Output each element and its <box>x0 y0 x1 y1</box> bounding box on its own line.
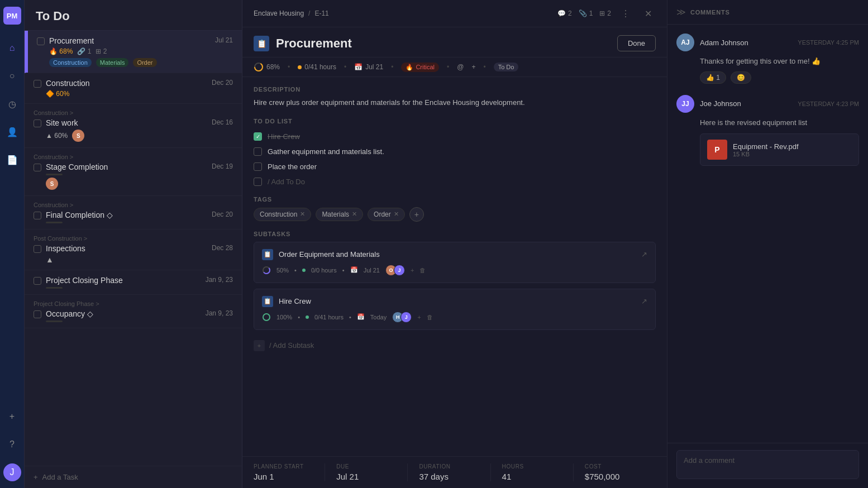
reaction-thumbsup[interactable]: 👍 1 <box>700 71 726 84</box>
task-item-final-completion[interactable]: Construction > Final Completion ◇ Dec 20 <box>25 196 242 229</box>
task-icon: 📋 <box>254 36 269 51</box>
todo-check-1[interactable]: ✓ <box>254 132 262 141</box>
status-badge[interactable]: To Do <box>494 63 519 71</box>
todo-check-2[interactable] <box>254 147 262 156</box>
attachment-card[interactable]: P Equipment - Rev.pdf 15 KB <box>700 133 859 166</box>
tag-remove-order[interactable]: ✕ <box>394 210 399 218</box>
app-logo[interactable]: PM <box>3 7 21 25</box>
subtask-2-link[interactable]: ↗ <box>641 297 647 305</box>
add-task-button[interactable]: + Add a Task <box>25 466 242 488</box>
avatar-sitework: S <box>72 130 84 142</box>
task-checkbox-closing[interactable] <box>34 277 41 285</box>
progress-meta: 68% <box>254 62 280 72</box>
subtask-2-name: Hire Crew <box>279 297 636 305</box>
plus-icon: + <box>471 63 475 71</box>
add-todo-row[interactable]: / Add To Do <box>254 174 656 189</box>
subtask-2-delete[interactable]: 🗑 <box>427 314 433 320</box>
profile-icon[interactable]: J <box>3 463 21 481</box>
clock-icon[interactable]: ◷ <box>3 95 21 113</box>
docs-icon[interactable]: 📄 <box>3 151 21 169</box>
kebab-menu-button[interactable]: ⋮ <box>618 6 633 21</box>
tag-construction: Construction <box>49 58 92 67</box>
priority-label: Critical <box>416 64 435 70</box>
task-item-occupancy[interactable]: Project Closing Phase > Occupancy ◇ Jan … <box>25 295 242 328</box>
users-icon[interactable]: 👤 <box>3 123 21 141</box>
stat-label-planned: PLANNED START <box>254 463 325 470</box>
inbox-icon[interactable]: ○ <box>3 67 21 85</box>
task-item-construction[interactable]: Construction Dec 20 🔶 60% <box>25 73 242 104</box>
progress-bar-final <box>46 222 63 223</box>
hours-meta: 0/41 hours <box>298 63 336 71</box>
comment-1-author: Adam Johnson <box>700 39 792 47</box>
comment-1-avatar: AJ <box>676 34 694 51</box>
task-item-stage-completion[interactable]: Construction > Stage Completion Dec 19 S <box>25 148 242 196</box>
todo-check-3[interactable] <box>254 162 262 171</box>
task-date-stage: Dec 19 <box>212 162 233 170</box>
task-checkbox-procurement[interactable] <box>37 37 45 45</box>
task-item-sitework[interactable]: Construction > Site work Dec 16 ▲ 60% S <box>25 104 242 148</box>
subtask-1-add-assign[interactable]: + <box>411 267 414 274</box>
close-button[interactable]: ✕ <box>640 6 656 21</box>
comment-2-time: YESTERDAY 4:23 PM <box>798 101 859 107</box>
subtask-1-progress-icon <box>262 266 271 275</box>
comment-input[interactable] <box>676 450 859 479</box>
task-checkbox-occupancy[interactable] <box>34 310 41 318</box>
add-tag-button[interactable]: + <box>409 207 424 222</box>
add-meta[interactable]: + <box>471 63 475 71</box>
add-subtask-row[interactable]: + / Add Subtask <box>254 336 656 356</box>
subtask-1-due: Jul 21 <box>364 267 380 274</box>
todo-text-1: Hire Crew <box>268 132 300 141</box>
tag-pill-materials[interactable]: Materials ✕ <box>316 208 363 221</box>
todo-item-place-order[interactable]: Place the order <box>254 159 656 174</box>
collapse-panel-icon[interactable]: ≫ <box>676 7 686 17</box>
progress-circle-icon <box>254 62 264 72</box>
tag-pill-order[interactable]: Order ✕ <box>368 208 405 221</box>
todo-item-hire-crew[interactable]: ✓ Hire Crew <box>254 129 656 144</box>
comment-1-reactions: 👍 1 😊 <box>700 71 859 84</box>
progress-bar-closing <box>46 287 63 289</box>
task-item-closing[interactable]: Project Closing Phase Jan 9, 23 <box>25 270 242 295</box>
subtask-2-avatars: H J <box>392 312 412 323</box>
subtask-1-link[interactable]: ↗ <box>641 250 647 259</box>
avatar-stage: S <box>46 178 58 190</box>
task-date-sitework: Dec 16 <box>212 118 233 126</box>
task-progress-construction: 🔶 60% <box>46 90 69 98</box>
tag-remove-materials[interactable]: ✕ <box>352 210 357 218</box>
breadcrumb-icons: 💬 2 📎 1 ⊞ 2 ⋮ ✕ <box>557 6 656 21</box>
subtask-1-delete[interactable]: 🗑 <box>419 267 426 274</box>
task-name-construction: Construction <box>46 79 207 88</box>
priority-badge[interactable]: 🔥 Critical <box>401 63 439 72</box>
comments-scroll: AJ Adam Johnson YESTERDAY 4:25 PM Thanks… <box>667 25 868 443</box>
add-space-icon[interactable]: + <box>3 408 21 425</box>
sub-header-inspections: Post Construction > <box>34 235 233 242</box>
task-checkbox-inspections[interactable] <box>34 245 41 253</box>
calendar-icon: 📅 <box>354 63 363 71</box>
task-checkbox-stage[interactable] <box>34 164 41 171</box>
task-checkbox-final[interactable] <box>34 212 41 219</box>
attachment-info: Equipment - Rev.pdf 15 KB <box>733 142 799 157</box>
task-item-inspections[interactable]: Post Construction > Inspections Dec 28 ▲ <box>25 229 242 270</box>
tag-label-materials: Materials <box>322 210 349 218</box>
subtask-1-icon: 📋 <box>262 249 273 260</box>
comment-1: AJ Adam Johnson YESTERDAY 4:25 PM Thanks… <box>676 34 859 84</box>
task-item-procurement[interactable]: Procurement Jul 21 🔥 68% 🔗 1 ⊞ 2 Constru… <box>25 31 242 73</box>
done-button[interactable]: Done <box>617 35 656 51</box>
subtask-2-progress-icon <box>262 313 271 322</box>
description-label: DESCRIPTION <box>254 86 656 93</box>
reaction-emoji[interactable]: 😊 <box>731 71 751 84</box>
subtask-hire-crew[interactable]: 📋 Hire Crew ↗ 100% • 0/41 hours • 📅 Toda… <box>254 289 656 330</box>
assignee-meta[interactable]: @ <box>457 63 464 71</box>
stat-label-cost: COST <box>585 463 656 470</box>
help-icon[interactable]: ? <box>3 436 21 453</box>
status-label: To Do <box>498 64 514 70</box>
tag-pill-construction[interactable]: Construction ✕ <box>254 208 311 221</box>
subtask-2-add-assign[interactable]: + <box>417 314 421 320</box>
todo-item-gather[interactable]: Gather equipment and materials list. <box>254 144 656 159</box>
progress-percent: 68% <box>266 63 280 71</box>
home-icon[interactable]: ⌂ <box>3 39 21 57</box>
tag-remove-construction[interactable]: ✕ <box>300 210 305 218</box>
task-checkbox-construction[interactable] <box>34 80 41 88</box>
task-checkbox-sitework[interactable] <box>34 119 41 127</box>
subtask-1-progress: 50% <box>276 267 289 274</box>
subtask-order-equipment[interactable]: 📋 Order Equipment and Materials ↗ 50% • … <box>254 242 656 283</box>
